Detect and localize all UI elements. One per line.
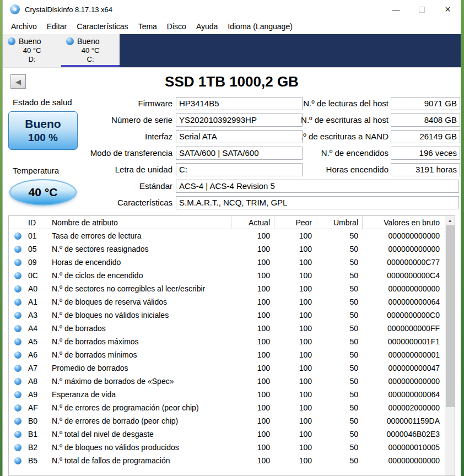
field-label-n-de-lecturas-del-host: N.º de lecturas del host bbox=[295, 97, 389, 110]
temperature-label: Temperatura bbox=[13, 166, 59, 175]
cell-id: A0 bbox=[26, 284, 50, 293]
menu-item-tema[interactable]: Tema bbox=[133, 20, 162, 33]
cell-raw: 000000000064 bbox=[362, 390, 445, 399]
cell-raw: 000000010005 bbox=[362, 443, 445, 452]
table-row[interactable]: A0N.º de sectores no corregibles al leer… bbox=[9, 282, 445, 295]
table-row[interactable]: A6N.º de borrados mínimos100100500000000… bbox=[9, 348, 445, 361]
smart-table-header: IDNombre de atributoActualPeorUmbralValo… bbox=[9, 216, 445, 229]
cell-name: N.º de bloques no válidos producidos bbox=[50, 443, 231, 452]
table-row[interactable]: 05N.º de sectores reasignados10010050000… bbox=[9, 242, 445, 256]
menu-item-archivo[interactable]: Archivo bbox=[6, 20, 42, 33]
table-row[interactable]: A7Promedio de borrados100100500000000000… bbox=[9, 361, 445, 375]
drive-status-icon bbox=[8, 37, 15, 45]
cell-actual: 100 bbox=[231, 377, 274, 386]
scrollbar-thumb[interactable] bbox=[446, 225, 455, 407]
table-row[interactable]: B1N.º total del nivel de desgaste1001005… bbox=[9, 428, 445, 441]
close-icon: × bbox=[445, 4, 451, 15]
cell-peor: 100 bbox=[274, 245, 316, 253]
cell-id: A6 bbox=[26, 350, 50, 359]
column-header-peor[interactable]: Peor bbox=[274, 216, 316, 229]
back-button[interactable]: ◀ bbox=[10, 74, 26, 89]
menu-item-idioma-language[interactable]: Idioma (Language) bbox=[223, 20, 298, 33]
cell-id: A1 bbox=[26, 298, 50, 306]
maximize-button[interactable] bbox=[409, 0, 435, 19]
cell-id: B2 bbox=[26, 443, 50, 452]
cell-id: B5 bbox=[26, 456, 50, 465]
health-status-text: Bueno bbox=[25, 117, 61, 131]
cell-actual: 100 bbox=[231, 443, 274, 452]
cell-raw: 0000000000C0 bbox=[362, 311, 445, 320]
cell-name: N.º total del nivel de desgaste bbox=[50, 430, 231, 439]
cell-peor: 100 bbox=[274, 364, 316, 372]
table-row[interactable]: A4N.º de borrados100100500000000000FF bbox=[9, 322, 445, 335]
table-row[interactable]: A3N.º de bloques no válidos iniciales100… bbox=[9, 309, 445, 322]
cell-peor: 100 bbox=[274, 284, 316, 293]
cell-raw: 0000000000FF bbox=[362, 324, 445, 333]
cell-peor: 100 bbox=[274, 390, 316, 399]
health-status-button[interactable]: Bueno 100 % bbox=[8, 111, 78, 150]
table-row[interactable]: B5N.º total de fallos de programación100… bbox=[9, 454, 445, 467]
smart-table: IDNombre de atributoActualPeorUmbralValo… bbox=[8, 215, 455, 476]
attribute-status-icon bbox=[14, 299, 21, 306]
menu-item-caracter-sticas[interactable]: Características bbox=[72, 20, 133, 33]
cell-actual: 100 bbox=[231, 364, 274, 372]
scroll-up-button[interactable]: ▲ bbox=[445, 216, 455, 225]
attribute-status-icon bbox=[14, 338, 21, 345]
table-row[interactable]: B2N.º de bloques no válidos producidos10… bbox=[9, 441, 445, 454]
cell-id: 01 bbox=[26, 231, 50, 240]
table-scrollbar[interactable]: ▲ bbox=[445, 216, 455, 475]
cell-id: B1 bbox=[26, 430, 50, 439]
table-row[interactable]: 09Horas de encendido10010050000000000C77 bbox=[9, 256, 445, 269]
cell-name: N.º de bloques de reserva válidos bbox=[50, 298, 231, 306]
cell-name: Promedio de borrados bbox=[50, 364, 231, 372]
cell-umbral: 50 bbox=[316, 456, 362, 465]
attribute-status-icon bbox=[14, 365, 21, 372]
cell-peor: 100 bbox=[274, 324, 316, 333]
table-row[interactable]: B0N.º de errores de borrado (peor chip)1… bbox=[9, 414, 445, 428]
cell-name: N.º máximo de borrados de «Spec» bbox=[50, 377, 231, 386]
field-label-de-escrituras-a-nand: .º de escrituras a NAND bbox=[295, 130, 389, 143]
column-header-id[interactable]: ID bbox=[26, 218, 50, 227]
temperature-indicator[interactable]: 40 °C bbox=[9, 179, 77, 205]
table-row[interactable]: A1N.º de bloques de reserva válidos10010… bbox=[9, 295, 445, 309]
cell-name: Tasa de errores de lectura bbox=[50, 231, 231, 240]
cell-raw: 0000001159DA bbox=[362, 416, 445, 425]
table-row[interactable]: 01Tasa de errores de lectura100100500000… bbox=[9, 229, 445, 242]
attribute-status-icon bbox=[14, 378, 21, 385]
field-label-n-de-encendidos: N.º de encendidos bbox=[295, 147, 389, 160]
cell-name: N.º de sectores reasignados bbox=[50, 245, 231, 253]
table-row[interactable]: 0CN.º de ciclos de encendido100100500000… bbox=[9, 269, 445, 282]
cell-id: B0 bbox=[26, 416, 50, 425]
menu-item-editar[interactable]: Editar bbox=[42, 20, 72, 33]
field-value-letra-de-unidad: C: bbox=[176, 163, 303, 176]
field-label-est-ndar: Estándar bbox=[74, 180, 172, 193]
attribute-status-icon bbox=[14, 457, 21, 464]
menu-item-disco[interactable]: Disco bbox=[162, 20, 191, 33]
cell-peor: 100 bbox=[274, 298, 316, 306]
menu-item-ayuda[interactable]: Ayuda bbox=[191, 20, 223, 33]
column-header-valores-en-bruto[interactable]: Valores en bruto bbox=[362, 216, 445, 229]
cell-actual: 100 bbox=[231, 350, 274, 359]
drive-tab-d[interactable]: Bueno40 °CD: bbox=[3, 34, 61, 67]
column-header-nombre-de-atributo[interactable]: Nombre de atributo bbox=[50, 218, 231, 227]
minimize-button[interactable]: — bbox=[383, 0, 409, 19]
temperature-value: 40 °C bbox=[29, 186, 58, 199]
cell-id: 0C bbox=[26, 271, 50, 280]
cell-id: 05 bbox=[26, 245, 50, 253]
cell-raw: 000000000000 bbox=[362, 377, 445, 386]
close-button[interactable]: × bbox=[435, 0, 461, 19]
health-percent-text: 100 % bbox=[28, 132, 58, 144]
table-row[interactable]: A8N.º máximo de borrados de «Spec»100100… bbox=[9, 375, 445, 388]
cell-umbral: 50 bbox=[316, 430, 362, 439]
table-row[interactable]: AFN.º de errores de programación (peor c… bbox=[9, 401, 445, 414]
field-label-n-mero-de-serie: Número de serie bbox=[74, 113, 172, 127]
drive-tab-c[interactable]: Bueno40 °CC: bbox=[61, 34, 120, 67]
field-value-n-mero-de-serie: YS202010392993HP bbox=[176, 113, 303, 127]
cell-umbral: 50 bbox=[316, 258, 362, 267]
table-row[interactable]: A9Esperanza de vida10010050000000000064 bbox=[9, 388, 445, 401]
column-header-umbral[interactable]: Umbral bbox=[316, 216, 362, 229]
table-row[interactable]: A5N.º de borrados máximos100100500000000… bbox=[9, 335, 445, 348]
column-header-actual[interactable]: Actual bbox=[231, 216, 274, 229]
field-label-horas-encendido: Horas encendido bbox=[295, 163, 389, 176]
maximize-icon bbox=[419, 7, 425, 13]
